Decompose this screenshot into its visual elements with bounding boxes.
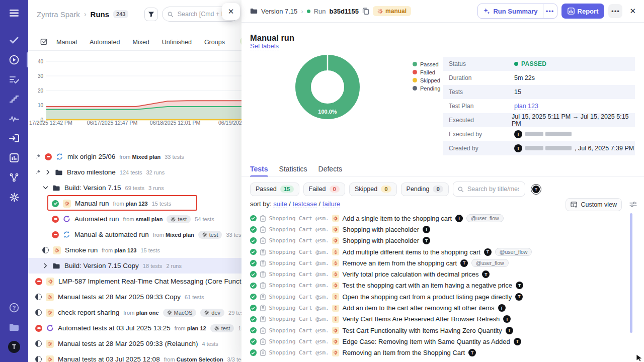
run-row[interactable]: Manual tests at 28 Mar 2025 09:33 (Relau… <box>28 336 242 351</box>
assignee-filter-avatar[interactable]: T <box>531 184 541 195</box>
run-row[interactable]: Manual runfrom plan 12315 tests <box>28 196 242 211</box>
run-row[interactable]: Build: Version 7.1569 tests3 runs <box>28 180 242 196</box>
tasks-check-icon[interactable] <box>8 34 20 46</box>
run-status-dot <box>307 10 310 13</box>
chevron-right-icon[interactable] <box>45 169 51 175</box>
test-plan-link[interactable]: plan 123 <box>514 103 538 110</box>
view-settings-icon[interactable] <box>629 201 637 210</box>
runs-tab-mixed[interactable]: Mixed <box>132 39 149 46</box>
test-title: Test the shopping cart with an item havi… <box>343 282 512 289</box>
run-row[interactable]: mix origin 25/06from Mixed plan33 tests <box>28 149 242 164</box>
activity-pulse-icon[interactable] <box>8 113 20 125</box>
spinner-icon <box>333 250 338 254</box>
settings-gear-icon[interactable] <box>8 191 20 203</box>
filter-chip-passed[interactable]: Passed15 <box>250 183 299 196</box>
x-axis-label: 06/17/2025 12:47 PM <box>87 120 137 126</box>
run-tests-count: 18 tests <box>238 325 242 331</box>
test-result-row[interactable]: Shopping Cart @sm...Open the shopping ca… <box>250 291 632 302</box>
test-result-row[interactable]: Shopping Cart @sm...Removing an Item fro… <box>250 347 632 358</box>
test-result-row[interactable]: Shopping Cart @sm...Add multiple differe… <box>250 246 632 257</box>
run-row[interactable]: check report sharingfrom plan oneMacOSde… <box>28 305 242 320</box>
run-row[interactable]: Manual & automated runfrom Mixed plantes… <box>28 227 242 242</box>
run-row[interactable]: Automated runfrom small plantest54 tests <box>28 211 242 227</box>
shared-steps-icon[interactable] <box>8 132 20 144</box>
test-result-row[interactable]: Shopping Cart @sm...Shopping with placeh… <box>250 224 632 235</box>
manual-run-icon <box>332 327 339 334</box>
panel-close-button[interactable]: ✕ <box>222 3 240 20</box>
chevron-right-icon[interactable] <box>42 263 48 268</box>
help-icon[interactable]: ? <box>8 302 20 314</box>
run-row[interactable]: LMP-587 Implement Real-Time Chat Messagi… <box>28 274 242 289</box>
testcase-clipboard-icon <box>260 249 266 255</box>
test-result-row[interactable]: Shopping Cart @sm...Verify Cart Items Ar… <box>250 314 632 325</box>
manual-run-icon <box>46 278 54 286</box>
projects-folder-icon[interactable] <box>8 321 20 333</box>
sort-suite-link[interactable]: suite <box>273 200 287 208</box>
test-result-row[interactable]: Shopping Cart @sm...Shopping with placeh… <box>250 235 632 246</box>
run-row[interactable]: Automated tests at 03 Jul 2025 13:25from… <box>28 320 242 336</box>
bulk-select-icon[interactable] <box>40 38 48 47</box>
runs-tab-unfinished[interactable]: Unfinished <box>162 39 192 46</box>
test-result-row[interactable]: Shopping Cart @sm...Edge Case: Removing … <box>250 336 632 347</box>
custom-view-button[interactable]: Custom view <box>566 198 622 211</box>
user-avatar[interactable]: T <box>8 341 20 353</box>
more-actions-button[interactable]: ••• <box>608 4 622 18</box>
tab-defects[interactable]: Defects <box>318 165 342 177</box>
test-result-row[interactable]: Shopping Cart @sm...Add a single item to… <box>250 213 632 224</box>
set-labels-link[interactable]: Set labels <box>250 42 279 50</box>
milestones-steps-icon[interactable] <box>8 93 20 105</box>
integrations-branch-icon[interactable] <box>8 171 20 184</box>
tab-statistics[interactable]: Statistics <box>279 165 307 177</box>
project-name[interactable]: Zyntra Spark <box>37 10 80 19</box>
test-result-row[interactable]: Shopping Cart @sm...Test the shopping ca… <box>250 280 632 291</box>
tests-search-input[interactable] <box>466 185 520 193</box>
menu-icon[interactable] <box>8 7 20 19</box>
run-summary-button[interactable]: Run Summary ••• <box>477 4 557 19</box>
run-row-title: Manual run <box>75 200 109 207</box>
run-summary-more-button[interactable]: ••• <box>543 4 557 18</box>
passed-icon <box>250 249 257 255</box>
spinner-icon <box>47 295 52 300</box>
run-from-plan: from Mixed plan <box>119 154 160 160</box>
test-result-row[interactable]: Shopping Cart @sm...Add an item to the c… <box>250 302 632 313</box>
test-title: Add an item to the cart after removing a… <box>343 304 495 312</box>
test-result-row[interactable]: Shopping Cart @sm...Verify total price c… <box>250 268 632 280</box>
run-row[interactable]: Manual tests at 28 Mar 2025 09:33 Copy61… <box>28 289 242 305</box>
env-tag-pill: test <box>198 231 222 239</box>
filter-button[interactable] <box>144 8 158 21</box>
run-row[interactable]: Bravo milestone124 tests32 runs <box>28 164 242 180</box>
test-result-row[interactable]: Shopping Cart @sm...Remove an item from … <box>250 257 632 268</box>
pin-icon[interactable] <box>35 154 41 159</box>
testcase-clipboard-icon <box>260 338 266 345</box>
close-detail-button[interactable]: ✕ <box>629 7 636 16</box>
passed-icon <box>250 226 257 233</box>
test-result-row[interactable]: Shopping Cart @sm...Test Cart Functional… <box>250 325 632 336</box>
run-row-title: Automated tests at 03 Jul 2025 13:25 <box>58 324 171 332</box>
tests-scrollbar[interactable] <box>630 213 632 333</box>
filter-chip-failed[interactable]: Failed0 <box>303 183 345 196</box>
gear-icon <box>167 310 172 315</box>
manual-run-icon <box>332 305 339 312</box>
runs-tab-groups[interactable]: Groups <box>204 39 225 46</box>
run-row[interactable]: Manual tests at 03 Jul 2025 12:08from Cu… <box>28 351 242 362</box>
run-runs-count: 2 runs <box>166 263 182 269</box>
run-row[interactable]: Smoke runfrom plan 12315 tests <box>28 242 242 258</box>
tests-search[interactable] <box>453 182 525 197</box>
tab-tests[interactable]: Tests <box>250 165 268 177</box>
filter-chip-pending[interactable]: Pending0 <box>401 183 449 196</box>
run-row[interactable]: Build: Version 7.15 Copy18 tests2 runs <box>28 258 242 274</box>
copy-icon[interactable] <box>362 8 369 15</box>
report-button[interactable]: Report <box>561 4 605 19</box>
runs-tab-manual[interactable]: Manual <box>56 39 77 46</box>
chevron-down-icon[interactable] <box>42 186 48 190</box>
runs-play-icon[interactable] <box>8 54 20 66</box>
sort-failure-link[interactable]: failure <box>323 200 340 208</box>
filter-chip-skipped[interactable]: Skipped0 <box>349 183 397 196</box>
runs-tab-automated[interactable]: Automated <box>90 39 120 46</box>
sort-testcase-link[interactable]: testcase <box>293 200 317 208</box>
reports-icon[interactable] <box>8 152 20 164</box>
in-progress-icon <box>35 294 42 300</box>
pin-icon[interactable] <box>35 169 41 175</box>
breadcrumb-folder[interactable]: Version 7.15 <box>261 8 297 15</box>
test-cases-icon[interactable] <box>8 73 20 85</box>
